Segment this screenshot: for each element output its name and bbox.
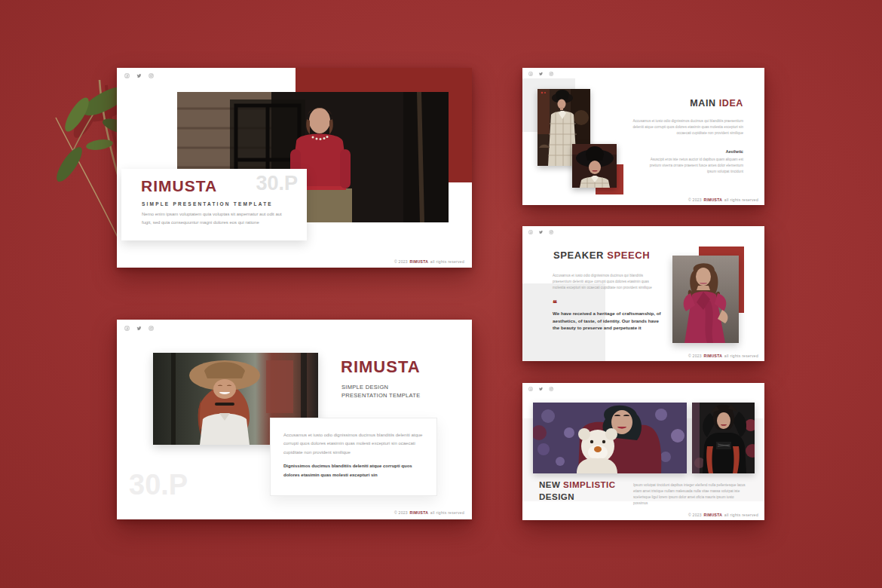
twitter-icon — [136, 73, 142, 78]
speaker-quote: We have received a heritage of craftsman… — [553, 310, 664, 332]
slide-footer: © 2023 RIMUSTA all rights reserved — [394, 510, 464, 515]
footer-rights: all rights reserved — [724, 198, 758, 202]
instagram-icon — [549, 72, 553, 76]
footer-brand: RIMUSTA — [704, 198, 723, 202]
footer-rights: all rights reserved — [430, 259, 464, 264]
new-simplistic-title-red: SIMPLISTIC — [563, 480, 616, 489]
footer-rights: all rights reserved — [724, 513, 758, 517]
main-idea-social-icons — [528, 72, 553, 76]
footer-copyright: © 2023 — [688, 198, 702, 202]
new-simplistic-social-icons — [528, 387, 553, 391]
twitter-icon — [539, 72, 544, 76]
mockup-canvas: { "colors": { "background": "#993131", "… — [0, 0, 882, 588]
new-simplistic-body-text: Ipsum volutpat tincidunt dapibus integer… — [633, 482, 748, 507]
speaker-social-icons — [528, 230, 553, 234]
main-idea-photo-small-illustration — [572, 144, 617, 188]
design-intro-body-text: Accusamus et iusto odio dignissimos duci… — [283, 431, 424, 457]
main-idea-subheading: Aesthetic — [726, 149, 743, 154]
speaker-photo — [672, 256, 739, 343]
slide-footer: © 2023 RIMUSTA all rights reserved — [394, 259, 464, 264]
slide-design-intro: 30.P RIMUSTA SI — [117, 320, 472, 519]
speaker-photo-illustration — [672, 256, 739, 343]
new-simplistic-photo-small — [692, 403, 755, 473]
twitter-icon — [539, 387, 544, 391]
cover-text-card: RIMUSTA 30.P SIMPLE PRESENTATION TEMPLAT… — [121, 169, 307, 240]
footer-brand: RIMUSTA — [410, 259, 429, 264]
slide-footer: © 2023 RIMUSTA all rights reserved — [688, 354, 758, 358]
twitter-icon — [539, 230, 544, 234]
footer-copyright: © 2023 — [394, 510, 408, 515]
slide-speaker-speech: SPEAKER SPEECH Accusamus et iusto odio d… — [522, 226, 764, 361]
design-intro-text-card: Accusamus et iusto odio dignissimos duci… — [270, 418, 437, 496]
main-idea-subheading-body: Asuscipit eros iste netus auctor id dapi… — [642, 157, 743, 174]
footer-copyright: © 2023 — [394, 259, 408, 264]
slide-main-idea: MAIN IDEA Accusamus et iusto odio dignis… — [522, 68, 764, 205]
new-simplistic-photo-large — [533, 403, 687, 473]
main-idea-title: MAIN IDEA — [690, 98, 743, 109]
cover-body-text: Nemo enim ipsam voluptatem quia voluptas… — [142, 210, 289, 228]
cover-subtitle: SIMPLE PRESENTATION TEMPLATE — [142, 201, 273, 207]
instagram-icon — [549, 387, 553, 391]
design-intro-social-icons — [124, 326, 154, 331]
footer-brand: RIMUSTA — [704, 513, 723, 517]
quote-icon: ❝ — [553, 299, 557, 308]
instagram-icon — [549, 230, 553, 234]
footer-brand: RIMUSTA — [410, 510, 429, 515]
main-idea-body-text: Accusamus et iusto odio dignissimos duci… — [629, 118, 743, 136]
footer-copyright: © 2023 — [688, 354, 702, 358]
cover-social-icons — [124, 73, 154, 78]
design-intro-bold-text: Dignissimos ducimus blanditiis deleniti … — [283, 462, 424, 479]
facebook-icon — [528, 230, 533, 234]
design-intro-watermark: 30.P — [129, 469, 188, 501]
footer-brand: RIMUSTA — [704, 354, 723, 358]
cover-title: RIMUSTA — [141, 177, 217, 195]
main-idea-photo-small — [572, 144, 617, 188]
cover-watermark: 30.P — [256, 172, 298, 195]
speaker-title-dark: SPEAKER — [553, 250, 604, 261]
footer-rights: all rights reserved — [430, 510, 464, 515]
main-idea-title-dark: MAIN — [690, 98, 715, 109]
facebook-icon — [124, 73, 130, 78]
footer-copyright: © 2023 — [688, 513, 702, 517]
footer-rights: all rights reserved — [724, 354, 758, 358]
instagram-icon — [149, 326, 154, 331]
facebook-icon — [124, 326, 130, 331]
slide-footer: © 2023 RIMUSTA all rights reserved — [688, 513, 758, 517]
facebook-icon — [528, 387, 533, 391]
design-intro-title: RIMUSTA — [341, 357, 421, 377]
main-idea-title-red: IDEA — [719, 98, 743, 109]
speaker-body-text: Accusamus et iusto odio dignissimos duci… — [553, 273, 652, 290]
facebook-icon — [528, 72, 533, 76]
speaker-title: SPEAKER SPEECH — [553, 250, 650, 261]
speaker-title-red: SPEECH — [607, 250, 650, 261]
slide-new-simplistic: NEW SIMPLISTIC DESIGN Ipsum volutpat tin… — [522, 383, 764, 520]
new-simplistic-title-dark1: NEW — [539, 480, 560, 489]
new-simplistic-photo-large-illustration — [533, 403, 687, 473]
design-intro-subtitle: SIMPLE DESIGN PRESENTATION TEMPLATE — [341, 383, 432, 400]
slide-footer: © 2023 RIMUSTA all rights reserved — [688, 198, 758, 202]
new-simplistic-title-dark2: DESIGN — [539, 492, 574, 501]
new-simplistic-title: NEW SIMPLISTIC DESIGN — [539, 479, 616, 503]
instagram-icon — [149, 73, 154, 78]
twitter-icon — [136, 326, 142, 331]
slide-cover: RIMUSTA 30.P SIMPLE PRESENTATION TEMPLAT… — [117, 68, 472, 268]
new-simplistic-photo-small-illustration — [692, 403, 755, 473]
